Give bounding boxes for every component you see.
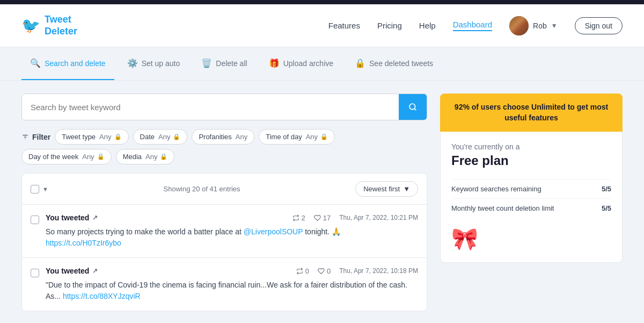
like-stat-2: 0 — [318, 267, 331, 275]
tweet-date-2: Thu, Apr 7, 2022, 10:18 PM — [339, 267, 418, 275]
sort-chevron-icon: ▼ — [403, 185, 410, 193]
chip-time-value: Any — [306, 133, 318, 141]
logo-text: TweetDeleter — [45, 14, 77, 37]
sort-label: Newest first — [363, 185, 400, 193]
svg-line-1 — [414, 109, 416, 110]
filter-chip-media[interactable]: Media Any 🔒 — [116, 149, 175, 164]
lock-icon-day: 🔒 — [97, 153, 105, 160]
filter-chip-tweet-type[interactable]: Tweet type Any 🔒 — [55, 129, 128, 145]
chip-media-label: Media — [123, 153, 142, 161]
mention-1[interactable]: @LiverpoolSOUP — [244, 227, 303, 236]
nav-features[interactable]: Features — [328, 21, 360, 30]
table-header-left: ▼ — [31, 185, 48, 193]
lock-icon-media: 🔒 — [160, 153, 167, 160]
select-dropdown-icon[interactable]: ▼ — [42, 186, 48, 192]
lock-icon-time: 🔒 — [320, 133, 328, 140]
right-panel: 92% of users choose Unlimited to get mos… — [440, 94, 623, 311]
tweet-link-2[interactable]: https://t.co/88XYJzqviR — [63, 292, 141, 300]
tweet-author-2: You tweeted ↗ — [46, 267, 98, 275]
tweet-checkbox-2[interactable] — [31, 269, 39, 277]
chip-date-label: Date — [140, 133, 155, 141]
plan-name: Free plan — [451, 153, 611, 168]
select-all-checkbox[interactable] — [31, 185, 39, 193]
plan-stat-label-2: Monthly tweet count deletion limit — [451, 204, 554, 212]
tab-auto[interactable]: ⚙️ Set up auto — [119, 47, 189, 80]
retweet-icon-2 — [296, 268, 303, 275]
tweet-text-1: So many projects trying to make the worl… — [46, 226, 418, 249]
table-row: You tweeted ↗ 0 0 Th — [22, 258, 427, 311]
table-header: ▼ Showing 20 of 41 entries Newest first … — [22, 174, 427, 205]
navbar-right: Features Pricing Help Dashboard Rob ▼ Si… — [328, 16, 623, 35]
heart-icon-2 — [318, 268, 325, 275]
sort-button[interactable]: Newest first ▼ — [355, 181, 418, 197]
tweet-meta-top-1: You tweeted ↗ 2 17 T — [46, 213, 418, 222]
filters-row: Filter Tweet type Any 🔒 Date Any 🔒 Profa… — [21, 129, 427, 164]
plan-card: You're currently on a Free plan Keyword … — [440, 132, 623, 263]
nav-user[interactable]: Rob ▼ — [509, 16, 558, 35]
navbar: 🐦 TweetDeleter Features Pricing Help Das… — [0, 4, 644, 47]
tweet-link-1[interactable]: https://t.co/H0TzIr6ybo — [46, 239, 121, 247]
chip-tweet-type-value: Any — [99, 133, 111, 141]
upload-icon: 🎁 — [269, 58, 280, 68]
tweet-content-1: You tweeted ↗ 2 17 T — [46, 213, 418, 249]
nav-help[interactable]: Help — [419, 21, 436, 30]
plan-stat-value-2: 5/5 — [602, 204, 611, 212]
search-button[interactable] — [399, 94, 427, 120]
search-bar-container — [21, 94, 427, 120]
plan-stat-label-1: Keyword searches remaining — [451, 185, 541, 193]
tab-bar: 🔍 Search and delete ⚙️ Set up auto 🗑️ De… — [0, 47, 644, 81]
plan-stat-row-2: Monthly tweet count deletion limit 5/5 — [451, 198, 611, 218]
chip-day-label: Day of the week — [28, 153, 78, 161]
plan-subtitle: You're currently on a — [451, 142, 611, 151]
tweet-checkbox-1[interactable] — [31, 216, 39, 224]
black-bar — [0, 0, 644, 4]
plan-stat-value-1: 5/5 — [602, 185, 611, 193]
tweet-author-1: You tweeted ↗ — [46, 213, 98, 222]
filter-chip-day-of-week[interactable]: Day of the week Any 🔒 — [21, 149, 112, 164]
search-icon — [408, 102, 417, 112]
search-input[interactable] — [22, 95, 399, 119]
lock-icon-tweet-type: 🔒 — [114, 133, 122, 140]
tab-deleted-tweets[interactable]: 🔒 See deleted tweets — [346, 47, 442, 80]
auto-icon: ⚙️ — [127, 58, 138, 68]
search-delete-icon: 🔍 — [30, 58, 41, 68]
tab-upload-archive[interactable]: 🎁 Upload archive — [260, 47, 342, 80]
chip-profanities-value: Any — [236, 133, 247, 141]
retweet-stat-2: 0 — [296, 267, 309, 275]
avatar-image — [509, 16, 529, 35]
plan-stat-row-1: Keyword searches remaining 5/5 — [451, 179, 611, 198]
external-link-icon-2[interactable]: ↗ — [92, 267, 98, 275]
chip-day-value: Any — [82, 153, 94, 161]
filter-icon — [21, 133, 29, 141]
content-area: Filter Tweet type Any 🔒 Date Any 🔒 Profa… — [21, 94, 427, 311]
tab-auto-label: Set up auto — [142, 59, 180, 68]
main-content: Filter Tweet type Any 🔒 Date Any 🔒 Profa… — [0, 81, 644, 323]
table-row: You tweeted ↗ 2 17 T — [22, 205, 427, 258]
filter-button[interactable]: Filter — [21, 131, 50, 143]
select-all-wrapper: ▼ — [31, 185, 48, 193]
chip-date-value: Any — [158, 133, 170, 141]
nav-pricing[interactable]: Pricing — [377, 21, 402, 30]
tab-delete-all-label: Delete all — [216, 59, 247, 68]
external-link-icon-1[interactable]: ↗ — [92, 214, 98, 221]
showing-count: Showing 20 of 41 entries — [164, 185, 240, 193]
avatar — [509, 16, 529, 35]
logo[interactable]: 🐦 TweetDeleter — [21, 14, 77, 37]
filter-label: Filter — [32, 133, 50, 141]
tab-delete-all[interactable]: 🗑️ Delete all — [193, 47, 255, 80]
like-stat-1: 17 — [314, 214, 331, 222]
tab-deleted-label: See deleted tweets — [369, 59, 433, 68]
tweet-content-2: You tweeted ↗ 0 0 Th — [46, 267, 418, 302]
deleted-icon: 🔒 — [355, 58, 365, 68]
logo-icon: 🐦 — [21, 17, 40, 34]
username-label: Rob — [533, 21, 547, 30]
promo-card: 92% of users choose Unlimited to get mos… — [440, 94, 623, 132]
filter-chip-time-of-day[interactable]: Time of day Any 🔒 — [259, 129, 335, 145]
chip-profanities-label: Profanities — [199, 133, 231, 141]
filter-chip-profanities[interactable]: Profanities Any — [192, 129, 254, 145]
sign-out-button[interactable]: Sign out — [575, 17, 623, 34]
tab-search-delete[interactable]: 🔍 Search and delete — [21, 47, 114, 80]
tweet-text-2: "Due to the impact of Covid-19 the cinem… — [46, 279, 418, 302]
filter-chip-date[interactable]: Date Any 🔒 — [133, 129, 188, 145]
nav-dashboard[interactable]: Dashboard — [453, 20, 492, 31]
